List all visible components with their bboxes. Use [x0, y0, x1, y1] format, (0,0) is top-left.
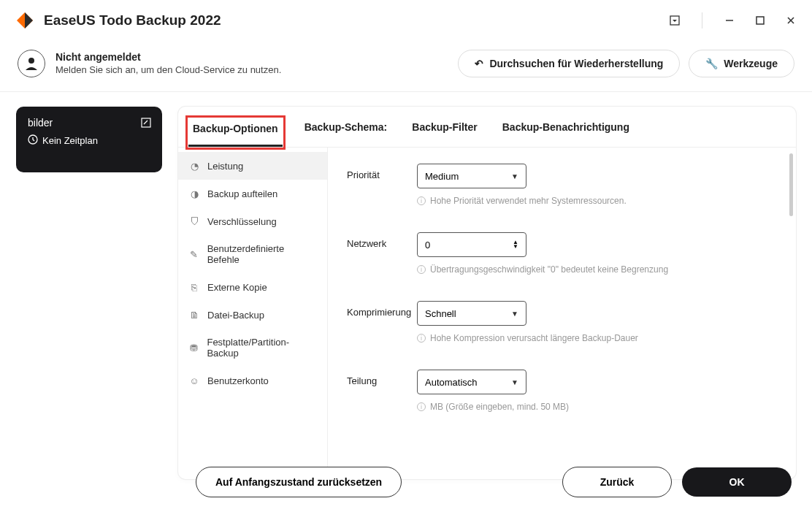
select-compression-value: Schnell	[425, 308, 456, 319]
pencil-icon: ✎	[188, 248, 200, 260]
select-split-value: Automatisch	[425, 377, 478, 388]
select-priority-value: Medium	[425, 171, 459, 182]
settings-panel: Backup-Optionen Backup-Schema: Backup-Fi…	[178, 107, 796, 479]
menu-label: Leistung	[207, 161, 243, 172]
svg-rect-9	[142, 118, 150, 127]
close-icon[interactable]	[784, 14, 797, 27]
hint-network: iÜbertragungsgeschwindigkeit "0" bedeute…	[417, 264, 777, 275]
row-network: Netzwerk 0 ▲▼ iÜbertragungsgeschwindigke…	[347, 232, 777, 275]
panel-body: ◔Leistung ◑Backup aufteilen ⛉Verschlüsse…	[178, 148, 796, 479]
user-icon: ☺	[188, 375, 200, 386]
scrollbar[interactable]	[789, 153, 793, 216]
menu-label: Externe Kopie	[207, 282, 267, 293]
app-title: EaseUS Todo Backup 2022	[44, 12, 668, 28]
tab-backup-notify[interactable]: Backup-Benachrichtigung	[499, 118, 632, 147]
label-priority: Priorität	[347, 164, 417, 180]
minimize-icon[interactable]	[723, 14, 736, 27]
info-icon: i	[417, 402, 426, 411]
lock-icon: ⛉	[188, 215, 200, 227]
menu-item-user-account[interactable]: ☺Benutzerkonto	[178, 367, 327, 394]
divider	[702, 12, 702, 28]
info-icon: i	[417, 334, 426, 343]
menu-item-file-backup[interactable]: 🗎Datei-Backup	[178, 301, 327, 329]
tools-label: Werkzeuge	[724, 58, 778, 69]
menu-item-split[interactable]: ◑Backup aufteilen	[178, 180, 327, 207]
user-info: Nicht angemeldet Melden Sie sich an, um …	[55, 51, 449, 75]
select-split[interactable]: Automatisch ▼	[417, 370, 526, 394]
menu-item-performance[interactable]: ◔Leistung	[178, 152, 327, 180]
row-compression: Komprimierung Schnell ▼ iHohe Kompressio…	[347, 301, 777, 343]
menu-item-offsite-copy[interactable]: ⎘Externe Kopie	[178, 273, 327, 301]
task-card[interactable]: bilder Kein Zeitplan	[16, 107, 162, 172]
menu-item-encryption[interactable]: ⛉Verschlüsselung	[178, 207, 327, 235]
menu-label: Backup aufteilen	[207, 188, 277, 199]
select-priority[interactable]: Medium ▼	[417, 164, 526, 188]
row-priority: Priorität Medium ▼ iHohe Priorität verwe…	[347, 164, 777, 206]
hint-compression: iHohe Kompression verursacht längere Bac…	[417, 333, 777, 343]
window-controls	[668, 12, 797, 28]
spinner-arrows-icon: ▲▼	[513, 240, 518, 249]
menu-label: Festplatte/Partition-Backup	[207, 337, 317, 359]
chevron-down-icon: ▼	[511, 378, 518, 386]
label-compression: Komprimierung	[347, 301, 417, 318]
back-button[interactable]: Zurück	[562, 467, 672, 497]
options-side-menu: ◔Leistung ◑Backup aufteilen ⛉Verschlüsse…	[178, 148, 328, 479]
spinner-network-value: 0	[425, 240, 430, 251]
svg-marker-1	[25, 12, 33, 28]
task-card-title: bilder	[28, 117, 150, 129]
user-bar: Nicht angemeldet Melden Sie sich an, um …	[0, 41, 812, 92]
maximize-icon[interactable]	[754, 14, 767, 27]
footer: Auf Anfangszustand zurücksetzen Zurück O…	[0, 459, 812, 520]
svg-point-7	[28, 58, 34, 64]
gauge-icon: ◔	[188, 160, 200, 172]
edit-icon[interactable]	[140, 117, 152, 131]
user-subtitle: Melden Sie sich an, um den Cloud-Service…	[55, 64, 449, 75]
browse-restore-button[interactable]: ↶ Durchsuchen für Wiederherstellung	[458, 50, 680, 77]
hint-priority: iHohe Priorität verwendet mehr Systemres…	[417, 196, 777, 206]
row-split: Teilung Automatisch ▼ iMB (Größe eingebe…	[347, 370, 777, 412]
menu-label: Benutzerkonto	[207, 375, 269, 386]
dropdown-icon[interactable]	[668, 14, 681, 27]
wrench-icon: 🔧	[705, 58, 718, 69]
tab-backup-schema[interactable]: Backup-Schema:	[302, 118, 391, 147]
select-compression[interactable]: Schnell ▼	[417, 301, 526, 326]
tab-backup-options[interactable]: Backup-Optionen	[188, 118, 283, 147]
app-logo-icon	[15, 10, 35, 31]
label-split: Teilung	[347, 370, 417, 386]
info-icon: i	[417, 265, 426, 274]
menu-item-custom-commands[interactable]: ✎Benutzerdefinierte Befehle	[178, 235, 327, 273]
tools-button[interactable]: 🔧 Werkzeuge	[689, 50, 794, 77]
clock-icon	[28, 134, 38, 147]
main-area: bilder Kein Zeitplan Backup-Optionen Bac…	[0, 92, 812, 479]
avatar-icon[interactable]	[18, 50, 45, 77]
label-network: Netzwerk	[347, 232, 417, 249]
undo-icon: ↶	[475, 58, 483, 69]
svg-rect-4	[757, 17, 764, 24]
menu-label: Verschlüsselung	[207, 216, 277, 227]
chevron-down-icon: ▼	[511, 172, 518, 180]
task-card-schedule-label: Kein Zeitplan	[42, 135, 98, 146]
spinner-network[interactable]: 0 ▲▼	[417, 232, 526, 257]
browse-restore-label: Durchsuchen für Wiederherstellung	[489, 58, 663, 69]
user-status: Nicht angemeldet	[55, 51, 449, 63]
split-icon: ◑	[188, 188, 200, 199]
ok-button[interactable]: OK	[682, 467, 792, 497]
disk-icon: ⛃	[188, 342, 199, 353]
menu-label: Datei-Backup	[207, 310, 264, 321]
menu-label: Benutzerdefinierte Befehle	[207, 243, 317, 265]
settings-content: Priorität Medium ▼ iHohe Priorität verwe…	[328, 148, 796, 479]
titlebar: EaseUS Todo Backup 2022	[0, 0, 812, 41]
task-card-schedule: Kein Zeitplan	[28, 134, 150, 147]
file-icon: 🗎	[188, 309, 200, 321]
tab-backup-filter[interactable]: Backup-Filter	[409, 118, 480, 147]
chevron-down-icon: ▼	[511, 310, 518, 318]
link-icon: ⎘	[188, 281, 200, 293]
reset-button[interactable]: Auf Anfangszustand zurücksetzen	[196, 467, 402, 497]
tab-bar: Backup-Optionen Backup-Schema: Backup-Fi…	[178, 107, 796, 148]
menu-item-disk-backup[interactable]: ⛃Festplatte/Partition-Backup	[178, 329, 327, 367]
hint-split: iMB (Größe eingeben, mind. 50 MB)	[417, 402, 777, 412]
info-icon: i	[417, 196, 426, 205]
